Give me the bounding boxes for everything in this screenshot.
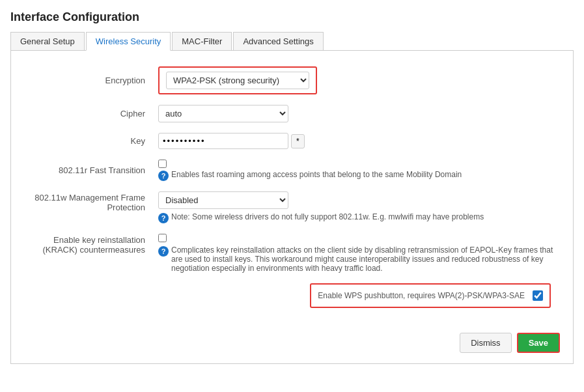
krack-checkbox[interactable]: [158, 234, 167, 242]
fast-transition-info: ? Enables fast roaming among access poin…: [158, 170, 556, 181]
tab-wireless-security[interactable]: Wireless Security: [86, 32, 171, 51]
wps-row: Enable WPS pushbutton, requires WPA(2)-P…: [24, 278, 560, 313]
tab-advanced-settings[interactable]: Advanced Settings: [233, 32, 323, 50]
fast-transition-row: 802.11r Fast Transition ? Enables fast r…: [24, 154, 560, 186]
mfp-info: ? Note: Some wireless drivers do not ful…: [158, 212, 556, 223]
settings-form: Encryption WPA2-PSK (strong security) No…: [24, 61, 560, 313]
encryption-row: Encryption WPA2-PSK (strong security) No…: [24, 61, 560, 100]
dismiss-button[interactable]: Dismiss: [460, 333, 512, 353]
key-cell: *: [154, 128, 560, 154]
wps-checkbox[interactable]: [533, 290, 543, 301]
wps-td: Enable WPS pushbutton, requires WPA(2)-P…: [24, 278, 560, 313]
fast-transition-label: 802.11r Fast Transition: [24, 154, 154, 186]
tab-content: Encryption WPA2-PSK (strong security) No…: [10, 51, 574, 364]
fast-transition-info-text: Enables fast roaming among access points…: [171, 170, 462, 179]
mfp-cell: Disabled Optional Required ? Note: Some …: [154, 186, 560, 229]
mfp-info-icon: ?: [158, 213, 169, 223]
mfp-row: 802.11w Management Frame Protection Disa…: [24, 186, 560, 229]
key-row: Key *: [24, 128, 560, 154]
krack-checkbox-row: [158, 234, 556, 242]
krack-info: ? Complicates key reinstallation attacks…: [158, 245, 556, 273]
encryption-cell: WPA2-PSK (strong security) None WPA-PSK/…: [154, 61, 560, 100]
encryption-label: Encryption: [24, 61, 154, 100]
krack-label: Enable key reinstallation (KRACK) counte…: [24, 229, 154, 278]
key-label: Key: [24, 128, 154, 154]
mfp-info-text: Note: Some wireless drivers do not fully…: [171, 212, 484, 221]
tab-mac-filter[interactable]: MAC-Filter: [172, 32, 232, 50]
key-input[interactable]: [158, 133, 288, 149]
krack-row: Enable key reinstallation (KRACK) counte…: [24, 229, 560, 278]
key-toggle-button[interactable]: *: [291, 134, 305, 148]
krack-cell: ? Complicates key reinstallation attacks…: [154, 229, 560, 278]
cipher-label: Cipher: [24, 100, 154, 128]
fast-transition-cell: ? Enables fast roaming among access poin…: [154, 154, 560, 186]
key-input-row: *: [158, 133, 556, 149]
cipher-row: Cipher auto CCMP (AES) TKIP TKIP+CCMP: [24, 100, 560, 128]
wps-label: Enable WPS pushbutton, requires WPA(2)-P…: [318, 290, 525, 301]
fast-transition-info-icon: ?: [158, 171, 169, 181]
fast-transition-checkbox-row: [158, 160, 556, 168]
fast-transition-checkbox[interactable]: [158, 160, 167, 168]
form-footer: Dismiss Save: [24, 326, 560, 353]
encryption-select[interactable]: WPA2-PSK (strong security) None WPA-PSK/…: [166, 72, 309, 89]
tab-bar: General Setup Wireless Security MAC-Filt…: [10, 32, 574, 51]
cipher-cell: auto CCMP (AES) TKIP TKIP+CCMP: [154, 100, 560, 128]
krack-info-text: Complicates key reinstallation attacks o…: [171, 245, 556, 273]
mfp-select[interactable]: Disabled Optional Required: [158, 191, 288, 209]
page-title: Interface Configuration: [10, 10, 574, 24]
wps-highlight-box: Enable WPS pushbutton, requires WPA(2)-P…: [310, 283, 551, 308]
tab-general-setup[interactable]: General Setup: [10, 32, 85, 50]
encryption-highlight: WPA2-PSK (strong security) None WPA-PSK/…: [158, 66, 317, 94]
save-button[interactable]: Save: [517, 333, 560, 353]
mfp-label: 802.11w Management Frame Protection: [24, 186, 154, 229]
cipher-select[interactable]: auto CCMP (AES) TKIP TKIP+CCMP: [158, 105, 288, 122]
krack-info-icon: ?: [158, 246, 169, 257]
